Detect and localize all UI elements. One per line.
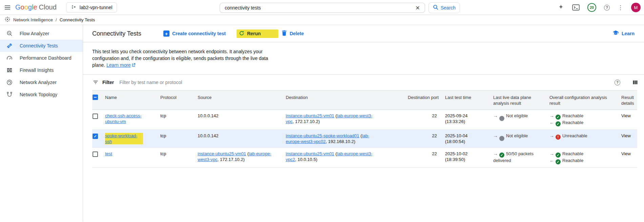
filter-help-icon[interactable]: ? [615, 80, 620, 85]
name-cell: spoke-workload-ssh [105, 130, 160, 147]
destination-text: ( [359, 133, 362, 138]
flow-analyzer-icon [6, 30, 13, 37]
source-value: instance-ubuntu25-vm01 (lab-europe-west3… [198, 151, 280, 162]
sidebar-item-label: Network Topology [20, 92, 57, 97]
sidebar-item-label: Flow Analyzer [20, 31, 49, 36]
connectivity-tests-icon [6, 42, 13, 49]
search-button[interactable]: Search [428, 2, 460, 13]
firewall-insights-icon [6, 67, 13, 74]
sidebar-item-label: Network Analyzer [20, 80, 57, 85]
trash-icon [282, 30, 287, 37]
column-display-icon[interactable] [632, 80, 638, 85]
search-icon [433, 4, 439, 11]
row-checkbox[interactable] [93, 152, 98, 157]
learn-more-link[interactable]: Learn more [106, 62, 131, 68]
view-link[interactable]: View [621, 133, 631, 138]
destination-value: instance-ubuntu25-spoke-workload01 (lab-… [286, 133, 377, 144]
network-intelligence-icon [4, 16, 11, 23]
page-title: Connectivity Tests [92, 30, 163, 37]
filter-icon [93, 79, 99, 85]
sidebar-item-connectivity-tests[interactable]: Connectivity Tests [0, 40, 83, 52]
arrow-forward-icon: → [493, 133, 498, 138]
protocol-cell: tcp [160, 130, 198, 147]
search-input[interactable] [225, 5, 414, 11]
row-checkbox[interactable]: ✓ [93, 134, 98, 139]
test-name-link[interactable]: test [105, 151, 112, 157]
destination-cell: instance-ubuntu25-vm01 (lab-europe-west3… [286, 110, 407, 129]
create-connectivity-test-button[interactable]: + Create connectivity test [163, 31, 226, 37]
page-description: This test lets you check connectivity be… [83, 42, 644, 75]
status-text: Reachable [562, 158, 583, 163]
project-icon [71, 4, 77, 11]
row-checkbox-cell [92, 148, 105, 167]
clear-search-icon[interactable]: ✕ [414, 5, 421, 11]
filter-bar: Filter ? [83, 75, 644, 90]
column-header: Name [105, 90, 160, 109]
sidebar-item-network-topology[interactable]: Network Topology [0, 88, 83, 101]
menu-icon[interactable] [4, 4, 11, 11]
sidebar-item-firewall-insights[interactable]: Firewall Insights [0, 64, 83, 76]
destination-port-cell: 22 [407, 130, 445, 147]
source-value: 10.0.0.142 [198, 113, 280, 119]
source-text: , 172.17.10.2) [218, 157, 245, 162]
delete-button[interactable]: Delete [282, 30, 304, 37]
sidebar-item-network-analyzer[interactable]: Network Analyzer [0, 76, 83, 88]
view-link[interactable]: View [621, 113, 631, 118]
overall-analysis-cell: →✓Reachable←✓Reachable [547, 110, 613, 129]
status-line: →Not eligible [493, 133, 541, 141]
help-icon[interactable]: ? [604, 5, 610, 11]
arrow-forward-icon: → [549, 133, 554, 138]
plus-icon: + [163, 31, 169, 37]
gemini-sparkle-icon[interactable] [558, 4, 564, 11]
result-details-cell: View [613, 110, 637, 129]
free-trial-credits-badge[interactable]: 20 [587, 3, 596, 12]
search-box: ✕ [220, 3, 425, 13]
google-cloud-logo[interactable]: Google Cloud [15, 3, 57, 11]
column-header: Destination port [407, 90, 445, 109]
search-button-label: Search [441, 5, 456, 11]
overall-analysis-cell: →✓Reachable←✓Reachable [547, 148, 613, 167]
learn-button[interactable]: Learn [612, 30, 635, 37]
destination-text: , 192.168.10.2) [326, 139, 355, 144]
avatar[interactable]: M [631, 3, 641, 12]
status-text: Unreachable [562, 133, 587, 138]
destination-link[interactable]: instance-ubuntu25-spoke-workload01 [286, 133, 359, 138]
cloud-shell-icon[interactable] [572, 4, 580, 11]
view-link[interactable]: View [621, 151, 631, 156]
external-link-icon [132, 63, 136, 68]
destination-port-cell: 22 [407, 148, 445, 167]
topbar: Google Cloud lab2-vpn-tunnel ✕ Search 20… [0, 0, 644, 15]
arrow-forward-icon: → [493, 113, 498, 118]
source-cell: instance-ubuntu25-vm01 (lab-europe-west3… [198, 148, 286, 167]
arrow-forward-icon: → [549, 151, 554, 156]
cloud-wordmark: Cloud [39, 3, 57, 11]
overall-analysis-cell: →!Unreachable [547, 130, 613, 147]
time-line: (13:33:26) [445, 119, 485, 124]
table-row: testtcpinstance-ubuntu25-vm01 (lab-europ… [92, 148, 637, 168]
destination-link[interactable]: instance-ubuntu25-vm01 [286, 113, 334, 118]
graduation-cap-icon [612, 30, 619, 37]
protocol-cell: tcp [160, 148, 198, 167]
row-checkbox[interactable] [93, 114, 98, 119]
more-options-icon[interactable]: ⋮ [618, 4, 623, 11]
name-cell: test [105, 148, 160, 167]
select-all-checkbox[interactable] [93, 95, 98, 100]
last-test-time-cell: 2025-10-04(18:00:54) [445, 130, 490, 147]
sidebar-item-label: Connectivity Tests [20, 43, 58, 48]
table-row: check-ssh-access-ubuntu-vmtcp10.0.0.142i… [92, 110, 637, 130]
filter-input[interactable] [119, 80, 282, 85]
row-checkbox-cell [92, 110, 105, 129]
project-selector[interactable]: lab2-vpn-tunnel [66, 2, 117, 13]
test-name-link[interactable]: check-ssh-access-ubuntu-vm [105, 113, 143, 124]
last-live-analysis-cell: →✓50/50 packets delivered [490, 148, 547, 167]
breadcrumb-section[interactable]: Network Intelligence [13, 17, 53, 22]
sidebar-item-performance-dashboard[interactable]: Performance Dashboard [0, 52, 83, 64]
destination-link[interactable]: instance-ubuntu25-vm01 [286, 151, 334, 156]
rerun-button[interactable]: Rerun [237, 29, 278, 38]
source-link[interactable]: instance-ubuntu25-vm01 [198, 151, 246, 156]
test-name-link[interactable]: spoke-workload-ssh [105, 133, 143, 144]
table-body: check-ssh-access-ubuntu-vmtcp10.0.0.142i… [92, 110, 637, 168]
destination-cell: instance-ubuntu25-spoke-workload01 (lab-… [286, 130, 407, 147]
destination-text: , 172.17.10.2) [293, 119, 320, 124]
sidebar-item-flow-analyzer[interactable]: Flow Analyzer [0, 27, 83, 40]
